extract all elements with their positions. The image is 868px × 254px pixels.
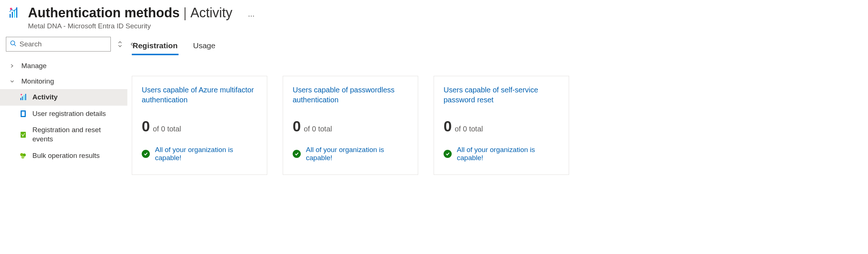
- card-title-link[interactable]: Users capable of passwordless authentica…: [293, 85, 408, 105]
- sidebar-group-monitoring[interactable]: Monitoring: [6, 74, 127, 89]
- more-actions-button[interactable]: ···: [248, 5, 254, 21]
- activity-icon: [19, 94, 27, 101]
- svg-point-17: [21, 156, 24, 159]
- svg-rect-9: [24, 95, 25, 100]
- status-message[interactable]: All of your organization is capable!: [457, 146, 559, 162]
- title-main: Authentication methods: [28, 5, 180, 21]
- svg-rect-10: [25, 94, 27, 100]
- card-title-link[interactable]: Users capable of Azure multifactor authe…: [142, 85, 257, 105]
- tab-registration[interactable]: Registration: [132, 38, 179, 55]
- sidebar-item-activity[interactable]: Activity: [0, 89, 127, 106]
- events-icon: [19, 131, 27, 138]
- status-message[interactable]: All of your organization is capable!: [155, 146, 257, 162]
- card-passwordless-capable: Users capable of passwordless authentica…: [283, 76, 418, 175]
- stat-count: 0: [142, 118, 150, 135]
- card-title-link[interactable]: Users capable of self-service password r…: [444, 85, 559, 105]
- breadcrumb: Metal DNA - Microsoft Entra ID Security: [28, 22, 232, 30]
- card-stat: 0 of 0 total: [142, 118, 257, 135]
- card-sspr-capable: Users capable of self-service password r…: [434, 76, 569, 175]
- sidebar-item-label: Registration and reset events: [32, 126, 110, 144]
- svg-rect-14: [21, 132, 26, 138]
- page-title: Authentication methods | Activity: [28, 5, 232, 21]
- stat-total: of 0 total: [153, 125, 181, 133]
- sidebar-item-label: User registration details: [32, 109, 106, 119]
- chevron-right-icon: [9, 64, 15, 68]
- card-status: All of your organization is capable!: [142, 146, 257, 162]
- sidebar-group-label: Monitoring: [21, 77, 54, 85]
- card-mfa-capable: Users capable of Azure multifactor authe…: [132, 76, 267, 175]
- svg-point-5: [11, 41, 15, 45]
- expand-collapse-button[interactable]: [117, 41, 123, 47]
- card-stat: 0 of 0 total: [293, 118, 408, 135]
- auth-methods-icon: [8, 7, 21, 21]
- svg-rect-13: [22, 112, 25, 116]
- status-message[interactable]: All of your organization is capable!: [306, 146, 408, 162]
- title-section: Activity: [190, 5, 232, 21]
- sidebar-group-manage[interactable]: Manage: [6, 58, 127, 74]
- search-box[interactable]: [6, 37, 111, 52]
- title-bar: |: [183, 5, 187, 21]
- bulk-icon: [19, 152, 27, 159]
- svg-point-15: [20, 153, 23, 156]
- tab-usage[interactable]: Usage: [193, 38, 216, 55]
- chevron-down-icon: [9, 79, 15, 84]
- stat-total: of 0 total: [304, 125, 332, 133]
- sidebar: Manage Monitoring: [0, 37, 127, 175]
- success-check-icon: [293, 150, 301, 158]
- page-header: Authentication methods | Activity Metal …: [0, 0, 868, 37]
- sidebar-item-reg-reset-events[interactable]: Registration and reset events: [6, 122, 127, 147]
- sidebar-group-label: Manage: [21, 62, 47, 70]
- stat-count: 0: [444, 118, 452, 135]
- main-content: Registration Usage Users capable of Azur…: [127, 37, 868, 175]
- search-icon: [10, 40, 17, 48]
- search-input[interactable]: [20, 40, 107, 48]
- sidebar-item-bulk-results[interactable]: Bulk operation results: [6, 148, 127, 164]
- svg-rect-0: [10, 14, 11, 18]
- card-status: All of your organization is capable!: [444, 146, 559, 162]
- stat-count: 0: [293, 118, 301, 135]
- card-status: All of your organization is capable!: [293, 146, 408, 162]
- svg-point-11: [21, 94, 22, 95]
- document-icon: [19, 110, 27, 117]
- success-check-icon: [444, 150, 452, 158]
- svg-rect-8: [22, 96, 23, 100]
- svg-rect-7: [20, 98, 21, 100]
- tab-bar: Registration Usage: [132, 38, 868, 57]
- svg-rect-1: [12, 12, 13, 18]
- sidebar-item-label: Activity: [32, 93, 58, 102]
- svg-line-6: [14, 45, 16, 46]
- card-stat: 0 of 0 total: [444, 118, 559, 135]
- sidebar-item-label: Bulk operation results: [32, 151, 100, 160]
- stat-total: of 0 total: [455, 125, 483, 133]
- sidebar-item-user-registration[interactable]: User registration details: [6, 106, 127, 122]
- success-check-icon: [142, 150, 150, 158]
